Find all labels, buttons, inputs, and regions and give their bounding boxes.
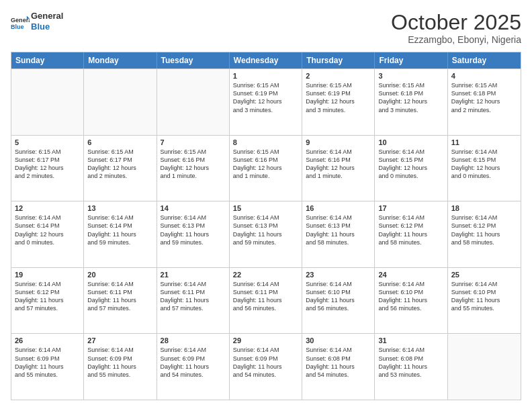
calendar: SundayMondayTuesdayWednesdayThursdayFrid… (11, 52, 521, 400)
cell-line: Sunset: 6:09 PM (233, 355, 298, 363)
cell-line: Sunrise: 6:14 AM (451, 148, 517, 156)
cell-line: Sunrise: 6:15 AM (233, 81, 298, 89)
day-number: 30 (306, 336, 371, 345)
calendar-cell: 10Sunrise: 6:14 AMSunset: 6:15 PMDayligh… (375, 136, 447, 201)
calendar-cell: 1Sunrise: 6:15 AMSunset: 6:19 PMDaylight… (230, 69, 302, 135)
cell-line: Daylight: 11 hours (378, 363, 443, 371)
cell-line: Sunset: 6:16 PM (161, 156, 226, 164)
cell-line: Sunset: 6:17 PM (15, 156, 80, 164)
calendar-cell: 28Sunrise: 6:14 AMSunset: 6:09 PMDayligh… (157, 334, 230, 400)
cell-line: Sunset: 6:08 PM (378, 355, 443, 363)
cell-line: and 2 minutes. (451, 106, 517, 114)
cell-line: and 59 minutes. (87, 238, 152, 246)
cell-line: Sunset: 6:17 PM (87, 156, 152, 164)
location: Ezzamgbo, Ebonyi, Nigeria (391, 34, 521, 45)
cell-line: Sunrise: 6:14 AM (87, 280, 152, 288)
day-number: 9 (306, 138, 371, 146)
day-number: 29 (233, 336, 298, 345)
cell-line: Daylight: 11 hours (87, 296, 152, 304)
calendar-cell: 31Sunrise: 6:14 AMSunset: 6:08 PMDayligh… (375, 334, 447, 400)
calendar-cell: 14Sunrise: 6:14 AMSunset: 6:13 PMDayligh… (157, 201, 230, 267)
cell-line: and 1 minute. (161, 172, 226, 180)
cell-line: Sunset: 6:13 PM (306, 222, 371, 230)
calendar-cell: 5Sunrise: 6:15 AMSunset: 6:17 PMDaylight… (11, 136, 84, 201)
cell-line: Sunrise: 6:14 AM (306, 280, 371, 288)
cell-line: Sunset: 6:19 PM (306, 89, 371, 97)
cell-line: Sunset: 6:08 PM (306, 355, 371, 363)
day-number: 31 (378, 336, 443, 345)
cell-line: and 58 minutes. (378, 238, 443, 246)
calendar-cell: 24Sunrise: 6:14 AMSunset: 6:10 PMDayligh… (375, 268, 447, 334)
cell-line: Daylight: 12 hours (451, 97, 517, 105)
calendar-cell: 7Sunrise: 6:15 AMSunset: 6:16 PMDaylight… (157, 136, 230, 201)
cell-line: and 55 minutes. (15, 371, 80, 379)
cell-line: Sunset: 6:10 PM (451, 288, 517, 296)
calendar-cell: 12Sunrise: 6:14 AMSunset: 6:14 PMDayligh… (11, 201, 84, 267)
cell-line: Sunrise: 6:14 AM (306, 346, 371, 354)
cell-line: Sunset: 6:18 PM (451, 89, 517, 97)
cell-line: Sunset: 6:12 PM (451, 222, 517, 230)
cell-line: Sunrise: 6:14 AM (15, 346, 80, 354)
cell-line: and 54 minutes. (161, 371, 226, 379)
cell-line: Daylight: 12 hours (451, 164, 517, 172)
cell-line: Sunrise: 6:15 AM (233, 148, 298, 156)
day-header-thursday: Thursday (302, 52, 375, 68)
cell-line: and 1 minute. (306, 172, 371, 180)
day-number: 21 (161, 271, 226, 279)
cell-line: Daylight: 12 hours (378, 164, 443, 172)
cell-line: Sunset: 6:16 PM (233, 156, 298, 164)
cell-line: and 54 minutes. (233, 371, 298, 379)
calendar-body: 1Sunrise: 6:15 AMSunset: 6:19 PMDaylight… (11, 68, 521, 400)
cell-line: Sunset: 6:16 PM (306, 156, 371, 164)
calendar-row-3: 19Sunrise: 6:14 AMSunset: 6:12 PMDayligh… (11, 267, 521, 334)
cell-line: Daylight: 12 hours (15, 230, 80, 238)
calendar-cell: 15Sunrise: 6:14 AMSunset: 6:13 PMDayligh… (230, 201, 302, 267)
logo-blue: Blue (31, 21, 63, 32)
cell-line: Daylight: 11 hours (306, 296, 371, 304)
calendar-cell (11, 69, 84, 135)
cell-line: and 55 minutes. (87, 371, 152, 379)
cell-line: Daylight: 11 hours (15, 296, 80, 304)
logo-icon: General Blue (11, 12, 30, 31)
calendar-row-1: 5Sunrise: 6:15 AMSunset: 6:17 PMDaylight… (11, 135, 521, 201)
cell-line: and 0 minutes. (15, 238, 80, 246)
cell-line: and 56 minutes. (306, 304, 371, 312)
cell-line: and 56 minutes. (378, 304, 443, 312)
cell-line: Sunset: 6:09 PM (15, 355, 80, 363)
cell-line: Sunset: 6:10 PM (306, 288, 371, 296)
calendar-cell: 19Sunrise: 6:14 AMSunset: 6:12 PMDayligh… (11, 268, 84, 334)
cell-line: Daylight: 11 hours (233, 296, 298, 304)
cell-line: Sunrise: 6:14 AM (378, 346, 443, 354)
cell-line: Sunset: 6:15 PM (378, 156, 443, 164)
day-number: 2 (306, 72, 371, 80)
day-number: 22 (233, 271, 298, 279)
cell-line: Daylight: 11 hours (233, 230, 298, 238)
cell-line: Sunrise: 6:14 AM (306, 148, 371, 156)
cell-line: Sunset: 6:14 PM (87, 222, 152, 230)
cell-line: Daylight: 12 hours (233, 97, 298, 105)
day-header-saturday: Saturday (448, 52, 521, 68)
day-header-tuesday: Tuesday (157, 52, 230, 68)
month-title: October 2025 (391, 11, 521, 34)
cell-line: and 3 minutes. (378, 106, 443, 114)
day-number: 11 (451, 138, 517, 146)
cell-line: and 0 minutes. (451, 172, 517, 180)
day-number: 13 (87, 204, 152, 212)
cell-line: and 56 minutes. (233, 304, 298, 312)
cell-line: Sunrise: 6:14 AM (87, 214, 152, 222)
cell-line: Sunrise: 6:14 AM (233, 280, 298, 288)
cell-line: Sunset: 6:13 PM (161, 222, 226, 230)
cell-line: Sunset: 6:09 PM (161, 355, 226, 363)
day-number: 14 (161, 204, 226, 212)
cell-line: Sunrise: 6:15 AM (378, 81, 443, 89)
day-number: 4 (451, 72, 517, 80)
day-number: 10 (378, 138, 443, 146)
cell-line: and 1 minute. (233, 172, 298, 180)
cell-line: Sunset: 6:10 PM (378, 288, 443, 296)
svg-text:Blue: Blue (11, 24, 24, 30)
calendar-row-0: 1Sunrise: 6:15 AMSunset: 6:19 PMDaylight… (11, 68, 521, 135)
day-number: 25 (451, 271, 517, 279)
day-number: 19 (15, 271, 80, 279)
calendar-row-2: 12Sunrise: 6:14 AMSunset: 6:14 PMDayligh… (11, 201, 521, 267)
day-number: 15 (233, 204, 298, 212)
